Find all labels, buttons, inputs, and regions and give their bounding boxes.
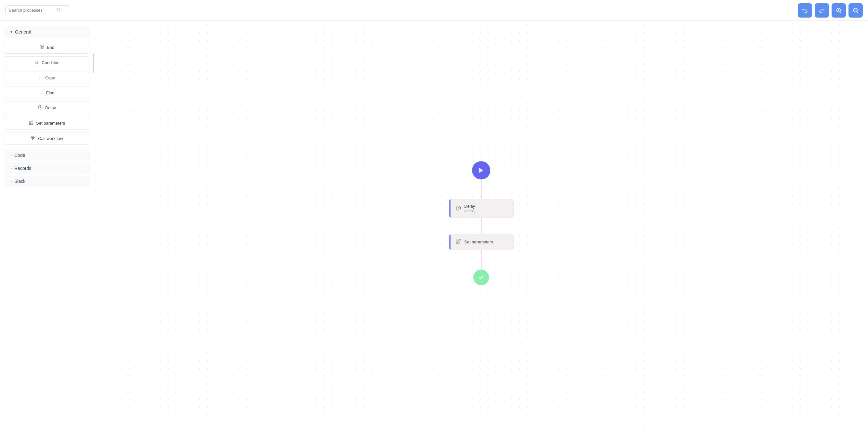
section-records-label: Records [14,166,31,171]
delay-node-subtitle: (1 min) [464,209,475,213]
item-delay-label: Delay [45,106,56,110]
item-case[interactable]: ··· Case [4,71,90,84]
zoom-in-button[interactable] [832,3,846,18]
set-parameters-node[interactable]: Set parameters [448,234,514,250]
item-delay[interactable]: Delay [4,101,90,114]
end-icon [40,45,44,50]
start-node[interactable] [472,161,490,179]
toolbar-buttons [798,3,863,18]
chevron-right-icon: › [10,153,12,157]
connector-3 [481,250,482,269]
zoom-out-button[interactable] [848,3,863,18]
chevron-right-icon-2: › [10,166,12,171]
else-icon: ··· [40,90,43,95]
app-container: ▾ General End [0,0,868,438]
end-node[interactable] [473,269,489,285]
item-condition[interactable]: Condition [4,56,90,69]
main-area: ▾ General End [0,21,868,438]
node-content-delay: Delay (1 min) [451,199,513,217]
sidebar-scrollbar[interactable] [93,21,94,438]
workflow-container: Delay (1 min) [448,161,514,285]
set-params-node-icon [456,239,461,245]
item-else-label: Else [46,90,54,95]
section-records[interactable]: › Records [4,163,90,174]
search-wrapper [5,5,70,15]
top-bar [0,0,868,21]
item-case-label: Case [45,76,55,80]
delay-icon [38,105,42,111]
canvas[interactable]: Delay (1 min) [94,21,868,438]
search-input[interactable] [9,8,54,13]
svg-rect-12 [31,136,33,138]
section-slack[interactable]: › Slack [4,175,90,187]
undo-button[interactable] [798,3,812,18]
case-icon: ··· [39,75,42,80]
svg-line-1 [60,11,60,12]
svg-rect-13 [33,136,35,138]
set-params-node-title: Set parameters [464,239,493,244]
svg-line-3 [840,11,841,12]
set-params-text-group: Set parameters [464,239,493,244]
node-content-set-params: Set parameters [451,234,513,250]
section-code[interactable]: › Code [4,149,90,161]
sidebar: ▾ General End [0,21,94,438]
set-parameters-icon [29,120,33,126]
search-icon[interactable] [56,7,61,13]
connector-1 [481,179,482,199]
svg-point-10 [41,46,42,48]
scrollbar-thumb [93,53,94,73]
call-workflow-icon [31,136,35,141]
item-condition-label: Condition [41,60,60,65]
svg-rect-14 [32,138,34,140]
section-general[interactable]: ▾ General [4,26,90,38]
svg-line-7 [857,11,858,12]
item-else[interactable]: ··· Else [4,87,90,99]
svg-marker-15 [479,168,483,173]
item-call-workflow[interactable]: Call workflow [4,132,90,145]
delay-node[interactable]: Delay (1 min) [448,199,514,218]
delay-text-group: Delay (1 min) [464,204,475,213]
delay-node-icon [456,205,461,211]
section-code-label: Code [14,153,25,158]
connector-2 [481,218,482,234]
chevron-right-icon-3: › [10,179,12,183]
svg-point-0 [57,8,60,11]
item-end-label: End [47,45,54,50]
item-set-parameters-label: Set parameters [36,121,65,126]
condition-icon [34,60,39,65]
item-end[interactable]: End [4,41,90,54]
redo-button[interactable] [815,3,829,18]
item-set-parameters[interactable]: Set parameters [4,117,90,129]
section-slack-label: Slack [14,179,25,184]
item-call-workflow-label: Call workflow [38,136,63,141]
delay-node-title: Delay [464,204,475,209]
section-general-label: General [15,29,31,34]
chevron-down-icon: ▾ [10,30,12,34]
general-items: End Condition ··· Case [0,39,94,147]
